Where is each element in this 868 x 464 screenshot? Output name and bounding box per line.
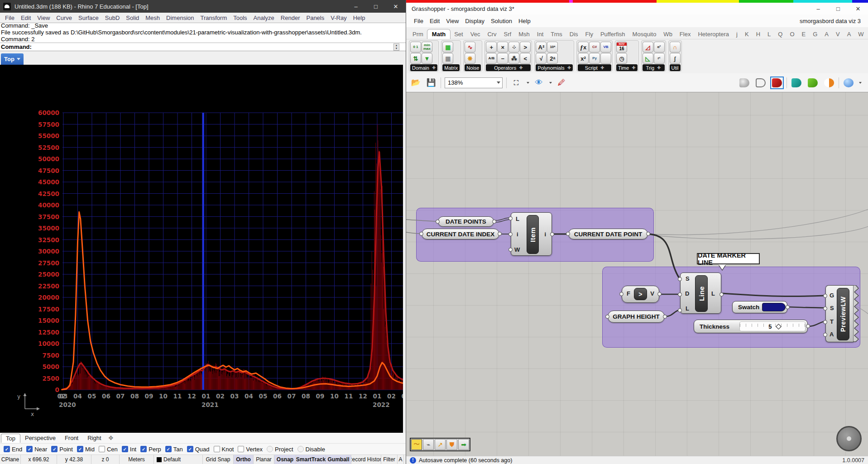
preview-off-icon[interactable] xyxy=(739,78,749,87)
selection-marquee-icon[interactable]: ⛶ xyxy=(510,77,522,88)
checkbox-icon[interactable] xyxy=(297,446,304,452)
checkbox-icon[interactable]: ✓ xyxy=(140,446,147,452)
rhino-viewport[interactable]: 0250050007500100001250015000175002000022… xyxy=(0,65,403,433)
toolbar-group-label[interactable]: Operators✚ xyxy=(486,64,531,71)
input-nub[interactable] xyxy=(436,220,440,224)
close-icon[interactable]: ✕ xyxy=(386,0,406,13)
larger-than-icon[interactable]: > xyxy=(520,42,531,53)
osnap-end[interactable]: ✓End xyxy=(4,446,22,453)
swatch-component[interactable]: Swatch xyxy=(732,301,787,313)
menu-transform[interactable]: Transform xyxy=(197,14,230,21)
viewport-tab-front[interactable]: Front xyxy=(60,434,83,442)
tab-heteroptera[interactable]: Heteroptera xyxy=(694,29,733,39)
expression-icon[interactable]: ƒx xyxy=(578,42,589,53)
menu-tools[interactable]: Tools xyxy=(230,14,250,21)
toggle-gumball[interactable]: Gumball xyxy=(326,455,351,464)
output-nub[interactable] xyxy=(492,220,496,224)
input-nub[interactable] xyxy=(823,294,827,298)
osnap-perp[interactable]: ✓Perp xyxy=(140,446,161,453)
osnap-near[interactable]: ✓Near xyxy=(26,446,47,453)
menu-view[interactable]: View xyxy=(443,18,462,24)
viewport-tab-top[interactable]: Top xyxy=(1,434,20,443)
chevron-down-icon[interactable] xyxy=(859,82,862,84)
checkbox-icon[interactable]: ✓ xyxy=(187,446,193,452)
tab-srf[interactable]: Srf xyxy=(500,29,515,39)
tab-int[interactable]: Int xyxy=(533,29,547,39)
component-preview-lineweights[interactable]: G S T A PreviewLW xyxy=(825,285,854,342)
osnap-quad[interactable]: ✓Quad xyxy=(187,446,210,453)
menu-file[interactable]: File xyxy=(411,18,427,24)
angle-green-icon[interactable]: ◺ xyxy=(643,53,653,64)
checkbox-icon[interactable]: ✓ xyxy=(165,446,172,452)
toggle-grid-snap[interactable]: Grid Snap xyxy=(203,455,234,464)
tab-e[interactable]: E xyxy=(798,29,810,39)
checkbox-icon[interactable]: ✓ xyxy=(26,446,33,452)
tab-wb[interactable]: Wb xyxy=(660,29,676,39)
checkbox-icon[interactable]: ✓ xyxy=(122,446,128,452)
tab-a[interactable]: A xyxy=(821,29,832,39)
checkbox-icon[interactable] xyxy=(267,446,273,452)
minimize-icon[interactable]: – xyxy=(808,3,828,14)
output-nub[interactable] xyxy=(498,232,502,236)
tab-trns[interactable]: Trns xyxy=(547,29,566,39)
zoom-level-combo[interactable]: 138% xyxy=(445,77,503,88)
input-nub[interactable] xyxy=(508,232,513,236)
osnap-point[interactable]: ✓Point xyxy=(51,446,73,453)
radians-icon[interactable]: rᶜ xyxy=(654,53,665,64)
input-nub[interactable] xyxy=(419,232,423,236)
viewport-tab-perspective[interactable]: Perspective xyxy=(20,434,60,442)
menu-edit[interactable]: Edit xyxy=(18,14,34,21)
multiplication-icon[interactable]: × xyxy=(497,42,508,53)
jump-widget-icon[interactable]: ➡ xyxy=(458,439,469,450)
tab-a[interactable]: A xyxy=(844,29,855,39)
calendar-icon[interactable]: NOV16 xyxy=(616,42,627,53)
expand-icon[interactable]: ✚ xyxy=(567,65,571,70)
param-graph-height[interactable]: GRAPH HEIGHT xyxy=(608,311,665,323)
menu-curve[interactable]: Curve xyxy=(53,14,75,21)
toolbar-group-label[interactable]: Trig✚ xyxy=(643,64,665,71)
input-nub[interactable] xyxy=(678,308,682,312)
checkbox-icon[interactable] xyxy=(99,446,105,452)
osnap-vertex[interactable]: Vertex xyxy=(238,446,263,453)
chevron-down-icon[interactable] xyxy=(527,82,529,84)
power10-icon[interactable]: 10ᵃ xyxy=(547,42,558,53)
close-icon[interactable]: ✕ xyxy=(848,3,868,14)
square-icon[interactable]: A² xyxy=(536,42,547,53)
command-prompt[interactable]: Command: xyxy=(0,43,32,50)
menu-v-ray[interactable]: V-Ray xyxy=(327,14,350,21)
preview-wireframe-icon[interactable] xyxy=(756,78,766,87)
menu-solid[interactable]: Solid xyxy=(123,14,142,21)
open-file-icon[interactable]: 📂 xyxy=(410,77,422,88)
matrix-deconstruct-icon[interactable]: ▦ xyxy=(442,53,453,64)
checkbox-icon[interactable]: ✓ xyxy=(4,446,10,452)
command-history-spinner[interactable]: ▲▼ xyxy=(393,43,399,51)
osnap-knot[interactable]: Knot xyxy=(214,446,234,453)
menu-file[interactable]: File xyxy=(2,14,18,21)
preview-eye-icon[interactable]: 👁 xyxy=(533,77,545,88)
smaller-than-icon[interactable]: < xyxy=(520,53,531,64)
component-line[interactable]: S D L Line L xyxy=(680,273,721,314)
angle-red-icon[interactable]: ◿ xyxy=(643,42,653,53)
polyline-widget-icon[interactable]: ⌁ xyxy=(423,439,434,450)
input-nub[interactable] xyxy=(678,292,682,297)
toolbar-group-label[interactable]: Domain✚ xyxy=(410,64,437,71)
python-icon[interactable]: Py xyxy=(589,53,600,64)
param-current-date-index[interactable]: CURRENT DATE INDEX xyxy=(422,229,499,239)
component-larger-than[interactable]: F > V xyxy=(622,286,659,303)
tab-j[interactable]: j xyxy=(733,29,741,39)
param-date-points[interactable]: DATE POINTS xyxy=(438,216,494,227)
toggle-record-history[interactable]: Record History xyxy=(351,455,381,464)
tab-k[interactable]: K xyxy=(741,29,753,39)
matrix-construct-icon[interactable]: ▦ xyxy=(442,42,453,53)
sketch-tool-icon[interactable]: 〜 xyxy=(411,439,422,450)
toolbar-group-label[interactable]: Script✚ xyxy=(578,64,611,71)
toolbar-group-label[interactable]: Polynomials✚ xyxy=(536,64,573,71)
sqrt-icon[interactable]: √ xyxy=(536,53,547,64)
maximize-icon[interactable]: □ xyxy=(366,0,386,13)
subtraction-icon[interactable]: − xyxy=(497,53,508,64)
osnap-project[interactable]: Project xyxy=(267,446,293,453)
chevron-down-icon[interactable] xyxy=(549,82,552,84)
tab-math[interactable]: Math xyxy=(427,29,451,39)
input-nub[interactable] xyxy=(508,216,513,220)
input-nub[interactable] xyxy=(605,315,609,319)
